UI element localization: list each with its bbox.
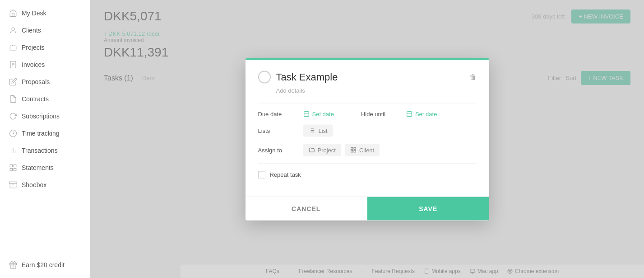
- gift-icon: [9, 261, 17, 269]
- modal-title-row: Task Example 🗑: [258, 71, 477, 83]
- sidebar-label: Subscriptions: [22, 113, 60, 120]
- svg-rect-11: [10, 169, 12, 171]
- lists-value: List: [319, 127, 328, 134]
- svg-rect-32: [354, 147, 356, 149]
- task-title: Task Example: [276, 71, 464, 83]
- sidebar-item-invoices[interactable]: Invoices: [0, 56, 90, 73]
- save-button[interactable]: SAVE: [367, 197, 489, 220]
- client-label: Client: [359, 146, 374, 153]
- delete-icon[interactable]: 🗑: [469, 73, 477, 81]
- svg-point-0: [12, 28, 14, 30]
- box-icon: [9, 181, 17, 189]
- sidebar-item-timetracking[interactable]: Time tracking: [0, 125, 90, 142]
- svg-rect-13: [9, 182, 17, 184]
- sidebar-item-transactions[interactable]: Transactions: [0, 142, 90, 159]
- calendar-icon-2: [406, 111, 412, 117]
- sidebar-item-statements[interactable]: Statements: [0, 159, 90, 176]
- due-date-value: Set date: [312, 110, 334, 117]
- cancel-button[interactable]: CANCEL: [246, 197, 368, 220]
- repeat-checkbox[interactable]: [258, 171, 265, 178]
- home-icon: [9, 9, 17, 17]
- sidebar-label: Shoebox: [22, 181, 46, 188]
- hide-until-set[interactable]: Set date: [406, 110, 437, 117]
- assign-label: Assign to: [258, 146, 294, 153]
- due-date-row: Due date Set date Hide until Set date: [258, 110, 477, 117]
- repeat-row: Repeat task: [258, 171, 477, 178]
- refresh-icon: [9, 112, 17, 120]
- task-complete-circle[interactable]: [258, 71, 271, 83]
- person-icon: [9, 26, 17, 34]
- earn-credit-label: Earn $20 credit: [22, 261, 65, 269]
- sidebar-item-shoebox[interactable]: Shoebox: [0, 176, 90, 193]
- folder-icon: [9, 43, 17, 52]
- assign-options: Project Client: [303, 144, 380, 156]
- earn-credit[interactable]: Earn $20 credit: [0, 256, 90, 273]
- assign-to-row: Assign to Project Client: [258, 144, 477, 156]
- task-modal: Task Example 🗑 Add details Due date Set …: [246, 58, 489, 220]
- assign-project[interactable]: Project: [303, 144, 341, 156]
- sidebar-item-clients[interactable]: Clients: [0, 22, 90, 39]
- sidebar-item-contracts[interactable]: Contracts: [0, 90, 90, 108]
- sidebar-label: Contracts: [22, 95, 49, 103]
- repeat-label: Repeat task: [270, 171, 301, 178]
- svg-rect-12: [14, 169, 16, 171]
- project-label: Project: [318, 146, 336, 153]
- client-icon: [350, 147, 357, 153]
- lists-label: Lists: [258, 127, 294, 134]
- svg-rect-33: [351, 151, 353, 152]
- sidebar-item-mydesk[interactable]: My Desk: [0, 5, 90, 22]
- due-date-set[interactable]: Set date: [303, 110, 334, 117]
- grid-icon: [9, 164, 17, 172]
- sidebar-label: Clients: [22, 27, 41, 34]
- modal-divider-2: [258, 163, 477, 164]
- assign-client[interactable]: Client: [345, 144, 380, 156]
- svg-rect-10: [14, 165, 16, 167]
- svg-rect-17: [304, 112, 309, 116]
- sidebar-label: Time tracking: [22, 130, 60, 137]
- svg-rect-21: [407, 112, 412, 116]
- modal-body: Task Example 🗑 Add details Due date Set …: [246, 60, 489, 196]
- sidebar-item-subscriptions[interactable]: Subscriptions: [0, 108, 90, 125]
- sidebar-item-proposals[interactable]: Proposals: [0, 73, 90, 90]
- sidebar: My Desk Clients Projects Invoices Propos…: [0, 0, 90, 278]
- sidebar-label: My Desk: [22, 9, 46, 17]
- lists-row: Lists List: [258, 124, 477, 137]
- svg-rect-34: [354, 151, 356, 152]
- sidebar-label: Statements: [22, 164, 54, 171]
- add-details[interactable]: Add details: [276, 87, 477, 94]
- calendar-icon: [303, 111, 310, 117]
- due-date-label: Due date: [258, 110, 294, 117]
- svg-rect-9: [10, 165, 12, 167]
- pencil-icon: [9, 78, 17, 86]
- document-icon: [9, 95, 17, 103]
- chart-icon: [9, 146, 17, 155]
- sidebar-label: Invoices: [22, 61, 45, 68]
- list-icon: [309, 127, 315, 134]
- sidebar-item-projects[interactable]: Projects: [0, 39, 90, 56]
- hide-until-label: Hide until: [361, 110, 397, 117]
- sidebar-label: Transactions: [22, 147, 58, 154]
- sidebar-label: Projects: [22, 44, 45, 51]
- project-icon: [309, 147, 315, 153]
- clock-icon: [9, 129, 17, 137]
- lists-dropdown[interactable]: List: [303, 124, 333, 137]
- modal-footer: CANCEL SAVE: [246, 196, 489, 220]
- file-icon: [9, 61, 17, 69]
- sidebar-label: Proposals: [22, 78, 50, 85]
- svg-rect-31: [351, 147, 353, 149]
- main-content: DKK5,071 308 days left + NEW INVOICE ↑ D…: [90, 0, 644, 278]
- modal-divider-1: [258, 103, 477, 103]
- hide-until-value: Set date: [415, 110, 437, 117]
